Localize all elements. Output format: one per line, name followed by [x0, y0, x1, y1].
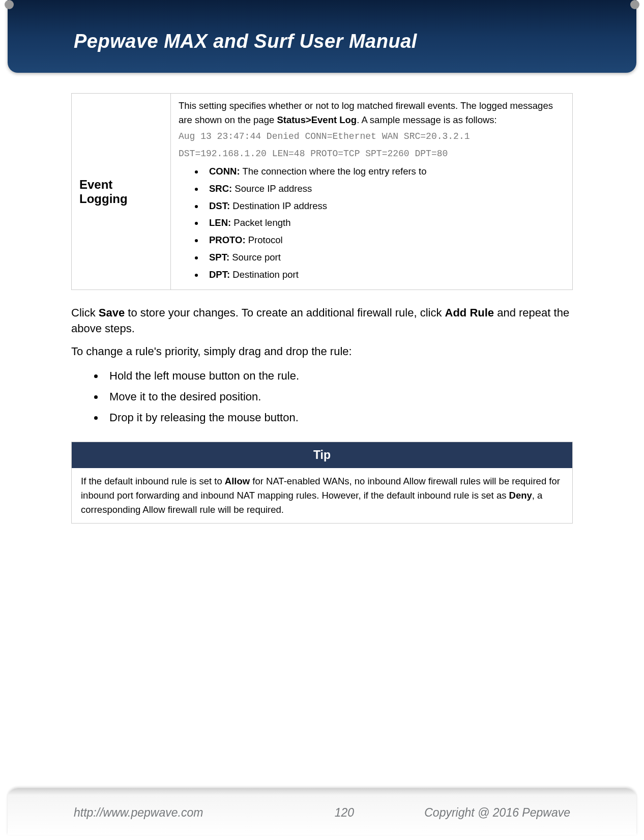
- list-item: Move it to the desired position.: [104, 388, 573, 405]
- drag-drop-steps: Hold the left mouse button on the rule. …: [71, 367, 573, 427]
- header-banner: Pepwave MAX and Surf User Manual: [8, 0, 636, 73]
- tip-header: Tip: [72, 442, 573, 469]
- tip-box: Tip If the default inbound rule is set t…: [71, 442, 573, 523]
- footer-page-number: 120: [335, 806, 354, 820]
- list-item: PROTO: Protocol: [204, 233, 565, 247]
- list-item: DPT: Destination port: [204, 268, 565, 282]
- list-item: SPT: Source port: [204, 250, 565, 265]
- list-item: SRC: Source IP address: [204, 182, 565, 196]
- log-sample-line-1: Aug 13 23:47:44 Denied CONN=Ethernet WAN…: [179, 129, 565, 144]
- list-item: CONN: The connection where the log entry…: [204, 164, 565, 179]
- save-instruction: Click Save to store your changes. To cre…: [71, 305, 573, 337]
- page: Pepwave MAX and Surf User Manual Event L…: [0, 0, 644, 840]
- field-definition-list: CONN: The connection where the log entry…: [179, 164, 565, 281]
- content-area: Event Logging This setting specifies whe…: [5, 73, 639, 524]
- footer-url: http://www.pepwave.com: [74, 806, 203, 820]
- list-item: Hold the left mouse button on the rule.: [104, 367, 573, 385]
- table-row-content: This setting specifies whether or not to…: [171, 94, 573, 290]
- list-item: DST: Destination IP address: [204, 199, 565, 213]
- table-row-label: Event Logging: [72, 94, 171, 290]
- footer-banner: http://www.pepwave.com 120 Copyright @ 2…: [8, 788, 636, 835]
- intro-text: This setting specifies whether or not to…: [179, 99, 565, 127]
- log-sample-line-2: DST=192.168.1.20 LEN=48 PROTO=TCP SPT=22…: [179, 147, 565, 161]
- priority-instruction: To change a rule's priority, simply drag…: [71, 344, 573, 360]
- event-logging-table: Event Logging This setting specifies whe…: [71, 93, 573, 290]
- list-item: LEN: Packet length: [204, 216, 565, 230]
- footer-copyright: Copyright @ 2016 Pepwave: [424, 806, 570, 820]
- page-title: Pepwave MAX and Surf User Manual: [74, 31, 636, 52]
- tip-body: If the default inbound rule is set to Al…: [72, 468, 573, 523]
- list-item: Drop it by releasing the mouse button.: [104, 409, 573, 426]
